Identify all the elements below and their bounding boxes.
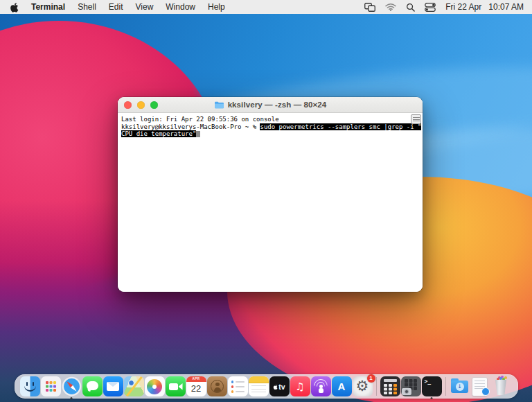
contacts-silhouette-detail <box>211 380 224 393</box>
messages-bubble-detail <box>87 388 91 392</box>
dock-music-icon[interactable]: ♫ <box>290 376 310 396</box>
scrollbar-marker-icon[interactable] <box>411 114 421 124</box>
dock-messages-icon[interactable] <box>82 376 103 396</box>
terminal-title-bar[interactable]: kksilvery — -zsh — 80×24 <box>118 97 423 113</box>
document-badge-detail <box>481 387 490 396</box>
traffic-lights <box>118 101 158 109</box>
minimize-button[interactable] <box>137 101 145 109</box>
dock-system-preferences-icon[interactable]: ⚙ 1 <box>353 376 373 396</box>
dock-finder-icon[interactable] <box>20 376 40 396</box>
selected-command-part1: sudo powermetrics --samplers smc |grep -… <box>260 123 421 130</box>
desktop-wallpaper[interactable]: kksilvery — -zsh — 80×24 Last login: Fri… <box>0 14 532 402</box>
spotlight-search-icon[interactable] <box>406 3 415 12</box>
close-button[interactable] <box>124 101 132 109</box>
menu-edit[interactable]: Edit <box>109 0 123 14</box>
dock-mail-icon[interactable] <box>103 376 123 396</box>
calendar-day-label: 22 <box>186 382 206 396</box>
macos-desktop-screen: Terminal Shell Edit View Window Help <box>0 0 532 402</box>
dock-divider <box>376 377 377 396</box>
podcasts-detail <box>319 388 323 393</box>
calculator-detail <box>384 379 397 382</box>
menu-help[interactable]: Help <box>208 0 225 14</box>
window-title: kksilvery — -zsh — 80×24 <box>228 101 327 109</box>
terminal-line-command-wrap: CPU die temperature" <box>121 130 423 138</box>
dock-maps-icon[interactable] <box>124 376 144 396</box>
safari-compass-glyph <box>62 376 82 396</box>
maps-detail <box>125 376 143 396</box>
dock-facetime-icon[interactable] <box>166 376 186 396</box>
control-center-icon[interactable] <box>425 3 436 12</box>
dock-launchpad-icon[interactable] <box>41 376 61 396</box>
menu-bar-date[interactable]: Fri 22 Apr <box>445 0 481 14</box>
app-store-letter: A <box>338 381 346 392</box>
window-title-wrap: kksilvery — -zsh — 80×24 <box>118 101 423 109</box>
maps-detail <box>128 380 134 386</box>
tv-label: tv <box>278 383 285 391</box>
notes-detail <box>249 376 269 383</box>
menu-shell[interactable]: Shell <box>78 0 96 14</box>
menu-bar-status-area: Fri 22 Apr 10:07 AM <box>364 0 532 14</box>
dock-calendar-icon[interactable]: APR 22 <box>186 376 206 396</box>
dock-app-store-icon[interactable]: A <box>332 376 352 396</box>
display-icon[interactable] <box>364 3 375 12</box>
terminal-line-last-login: Last login: Fri Apr 22 09:55:36 on conso… <box>121 116 423 123</box>
dock-reminders-icon[interactable] <box>228 376 248 396</box>
shell-prompt: kksilvery@kksilverys-MacBook-Pro ~ % <box>121 123 260 130</box>
trash-basket-detail <box>495 380 508 395</box>
dock-contacts-icon[interactable] <box>207 376 227 396</box>
dock-notes-icon[interactable] <box>249 376 269 396</box>
terminal-prompt-glyph: >_ <box>425 378 432 385</box>
apple-menu-icon[interactable] <box>10 1 19 12</box>
selected-command-part2: CPU die temperature" <box>121 130 196 137</box>
dock-screenshot-icon[interactable] <box>401 376 421 396</box>
menu-bar-time[interactable]: 10:07 AM <box>488 0 524 14</box>
menu-bar: Terminal Shell Edit View Window Help <box>0 0 532 14</box>
zoom-button[interactable] <box>150 101 158 109</box>
dock-calculator-icon[interactable] <box>380 376 400 396</box>
reminders-detail <box>236 381 245 383</box>
dock-recent-document-icon[interactable] <box>470 376 490 396</box>
terminal-content[interactable]: Last login: Fri Apr 22 09:55:36 on conso… <box>118 113 423 292</box>
calculator-detail <box>384 384 387 387</box>
running-indicator-dot <box>71 397 73 399</box>
notification-badge: 1 <box>367 374 375 383</box>
launchpad-grid-detail <box>46 381 48 384</box>
facetime-camera-detail <box>169 383 178 390</box>
dock: APR 22 tv ♫ <box>15 374 518 399</box>
camera-lens-detail <box>405 390 409 394</box>
finder-face-detail <box>24 384 36 392</box>
folder-proxy-icon <box>214 101 224 109</box>
dock-safari-icon[interactable] <box>62 376 82 396</box>
terminal-cursor <box>196 131 200 137</box>
screenshot-grid-detail <box>405 379 409 383</box>
dock-apple-tv-icon[interactable]: tv <box>269 376 290 396</box>
podcasts-detail <box>319 385 323 388</box>
menu-window[interactable]: Window <box>166 0 195 14</box>
notes-detail <box>251 385 266 394</box>
photos-pinwheel-detail <box>152 385 157 389</box>
mail-envelope-detail <box>107 382 119 391</box>
menu-bar-left: Terminal Shell Edit View Window Help <box>0 0 225 14</box>
dock-divider <box>445 377 446 396</box>
dock-terminal-icon[interactable]: >_ <box>422 376 442 396</box>
facetime-camera-detail <box>179 383 183 390</box>
menu-view[interactable]: View <box>136 0 154 14</box>
running-indicator-dot <box>431 397 433 399</box>
download-arrow-badge: ↓ <box>456 383 464 391</box>
wifi-icon[interactable] <box>385 3 396 11</box>
dock-photos-icon[interactable] <box>145 376 165 396</box>
terminal-line-prompt: kksilvery@kksilverys-MacBook-Pro ~ % sud… <box>121 123 423 131</box>
dock-downloads-folder-icon[interactable]: ↓ <box>450 376 470 396</box>
music-note-glyph: ♫ <box>295 381 304 393</box>
calendar-month-label: APR <box>186 376 206 382</box>
menu-app-terminal[interactable]: Terminal <box>31 0 65 14</box>
gear-icon: ⚙ <box>356 379 369 394</box>
apple-logo-mini <box>273 384 278 390</box>
apple-logo-glyph <box>10 1 19 12</box>
dock-trash-icon[interactable] <box>491 376 511 396</box>
dock-podcasts-icon[interactable] <box>311 376 331 396</box>
terminal-window[interactable]: kksilvery — -zsh — 80×24 Last login: Fri… <box>118 97 423 292</box>
reminders-detail <box>231 381 234 383</box>
